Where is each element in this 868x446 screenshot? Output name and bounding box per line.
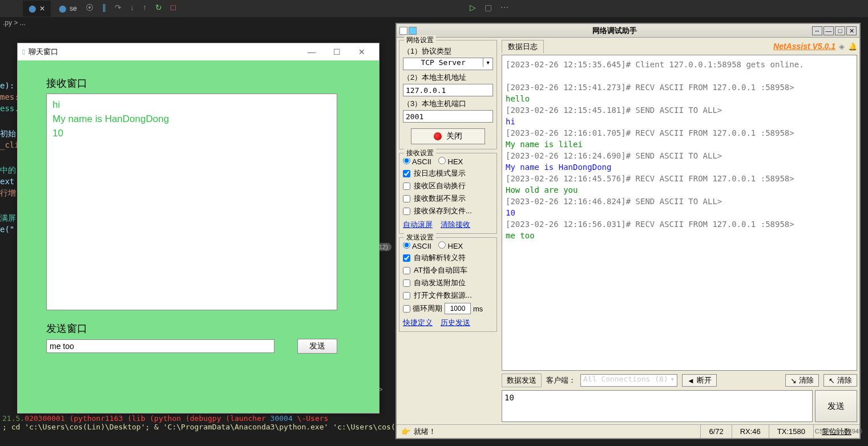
send-hex-radio[interactable]: HEX	[438, 241, 463, 250]
chat-title: 聊天窗口	[29, 47, 58, 57]
send-textarea[interactable]: 10	[502, 390, 813, 422]
feather-icon: 𓆰	[22, 48, 25, 56]
clear-button-2[interactable]: ↖清除	[823, 374, 857, 387]
na-send-button[interactable]: 发送	[815, 390, 857, 422]
send-atcr-check[interactable]	[403, 267, 410, 274]
send-label: 发送窗口	[46, 322, 350, 335]
disconnect-button[interactable]: ◄断开	[682, 374, 717, 387]
close-icon[interactable]: ✕	[846, 26, 857, 35]
arrow-left-icon: ◄	[687, 376, 695, 385]
check-label: AT指令自动回车	[414, 265, 467, 275]
send-tab[interactable]: 数据发送	[502, 374, 542, 387]
restart-icon[interactable]: ↻	[155, 3, 162, 12]
history-send-link[interactable]: 历史发送	[441, 318, 470, 328]
group-network: 网络设置 （1）协议类型 TCP Server ▾ （2）本地主机地址 （3）本…	[399, 40, 497, 149]
step-over-icon[interactable]: ↷	[115, 3, 122, 12]
connection-select[interactable]: All Connections (8) ▾	[580, 374, 677, 387]
btn-label: 关闭	[446, 131, 462, 141]
pin-icon[interactable]: ↔	[812, 26, 822, 35]
pause-icon[interactable]: ‖	[102, 3, 106, 12]
period-unit: ms	[473, 305, 483, 313]
bell-icon[interactable]: 🔔	[848, 42, 857, 51]
split-icon[interactable]: ▢	[485, 3, 492, 12]
host-label: （2）本地主机地址	[403, 72, 493, 83]
group-title: 接收设置	[404, 148, 436, 158]
send-button[interactable]: 发送	[297, 339, 337, 354]
recv-logmode-check[interactable]	[403, 170, 410, 177]
chat-window: 𓆰 聊天窗口 — ☐ ✕ 接收窗口 hiMy name is HanDongDo…	[17, 43, 380, 413]
recv-hex-radio[interactable]: HEX	[438, 157, 463, 166]
recv-label: 接收窗口	[46, 76, 350, 90]
maximize-icon[interactable]: ☐	[324, 47, 349, 56]
status-tx: TX:1580	[769, 425, 813, 438]
recv-ascii-radio[interactable]: ASCII	[403, 157, 431, 166]
status-pos: 6/72	[700, 425, 731, 438]
chat-titlebar[interactable]: 𓆰 聊天窗口 — ☐ ✕	[18, 43, 379, 60]
step-into-icon[interactable]: ↓	[130, 3, 134, 12]
brand-label[interactable]: NetAssist V5.0.1	[773, 42, 835, 51]
na-left-panel: 网络设置 （1）协议类型 TCP Server ▾ （2）本地主机地址 （3）本…	[397, 38, 499, 424]
autoscroll-link[interactable]: 自动滚屏	[403, 220, 433, 230]
close-icon[interactable]: ✕	[39, 5, 45, 13]
period-label: 循环周期	[413, 303, 442, 314]
run-icon[interactable]: ▷	[470, 3, 476, 12]
send-ascii-radio[interactable]: ASCII	[403, 241, 431, 250]
quick-def-link[interactable]: 快捷定义	[403, 318, 433, 328]
maximize-icon[interactable]: □	[835, 26, 845, 35]
check-label: 自动发送附加位	[414, 278, 466, 288]
send-loop-check[interactable]	[403, 305, 410, 313]
diamond-icon[interactable]: ◈	[839, 42, 845, 51]
more-icon[interactable]: ⋯	[500, 3, 508, 12]
na-title: 网络调试助手	[417, 26, 812, 36]
group-title: 网络设置	[404, 35, 436, 45]
host-input[interactable]	[403, 84, 493, 96]
log-tab[interactable]: 数据日志	[502, 40, 544, 53]
clear-recv-link[interactable]: 清除接收	[441, 220, 470, 230]
stop-icon[interactable]: □	[171, 3, 175, 12]
send-file-check[interactable]	[403, 292, 410, 299]
breadcrumb[interactable]: .py > ...	[0, 17, 29, 29]
na-right-panel: 数据日志 NetAssist V5.0.1 ◈ 🔔 [2023-02-26 12…	[499, 38, 859, 424]
check-label: 接收区自动换行	[414, 181, 466, 191]
send-extra-check[interactable]	[403, 279, 410, 287]
proto-label: （1）协议类型	[403, 46, 493, 56]
check-label: 打开文件数据源...	[414, 290, 472, 301]
clear-icon: ↘	[790, 376, 797, 385]
step-out-icon[interactable]: ↑	[143, 3, 147, 12]
python-icon: ⬤	[59, 5, 66, 13]
recv-textbox[interactable]: hiMy name is HanDongDong10	[46, 94, 337, 310]
clear-icon: ↖	[829, 376, 835, 385]
continue-icon[interactable]: ⦿	[86, 3, 94, 12]
proto-select[interactable]: TCP Server ▾	[403, 58, 493, 70]
data-log[interactable]: [2023-02-26 12:15:35.645]# Client 127.0.…	[502, 55, 857, 371]
group-send: 发送设置 ASCII HEX 自动解析转义符 AT指令自动回车 自动发送附加位 …	[399, 237, 497, 332]
na-app-icon	[399, 27, 417, 35]
check-label: 接收数据不显示	[414, 193, 466, 204]
close-icon[interactable]: ✕	[349, 47, 374, 56]
period-input[interactable]	[445, 303, 471, 314]
editor-tab[interactable]: ⬤ ✕	[23, 1, 51, 17]
term-text: 30004	[266, 414, 293, 423]
group-recv: 接收设置 ASCII HEX 按日志模式显示 接收区自动换行 接收数据不显示 接…	[399, 153, 497, 234]
recv-hide-check[interactable]	[403, 195, 410, 202]
editor-actions: ▷ ▢ ⋯	[470, 3, 508, 12]
status-bar: 👉就绪！ 6/72 RX:46 TX:1580 复位计数	[397, 424, 859, 438]
close-connection-button[interactable]: 关闭	[411, 128, 485, 144]
minimize-icon[interactable]: —	[823, 26, 834, 35]
group-title: 发送设置	[404, 233, 436, 242]
client-label: 客户端：	[546, 375, 576, 386]
editor-tab-2[interactable]: ⬤ se	[53, 1, 83, 17]
send-escape-check[interactable]	[403, 254, 410, 262]
recv-save-check[interactable]	[403, 208, 410, 215]
recv-autowrap-check[interactable]	[403, 183, 410, 190]
port-input[interactable]	[403, 110, 493, 123]
port-label: （3）本地主机端口	[403, 99, 493, 109]
minimize-icon[interactable]: —	[299, 47, 324, 56]
check-label: 按日志模式显示	[414, 168, 466, 179]
na-titlebar[interactable]: 网络调试助手 ↔ — □ ✕	[397, 24, 859, 38]
send-input[interactable]	[46, 339, 274, 353]
clear-button-1[interactable]: ↘清除	[785, 374, 819, 387]
netassist-window: 网络调试助手 ↔ — □ ✕ 网络设置 （1）协议类型 TCP Server ▾…	[395, 23, 861, 439]
term-text: 020300001 (pythonr1163 (lib (python (deb…	[25, 414, 266, 423]
code-fragments: e):mes:ess.初始_cli中的ext行增满屏e("	[0, 80, 19, 235]
